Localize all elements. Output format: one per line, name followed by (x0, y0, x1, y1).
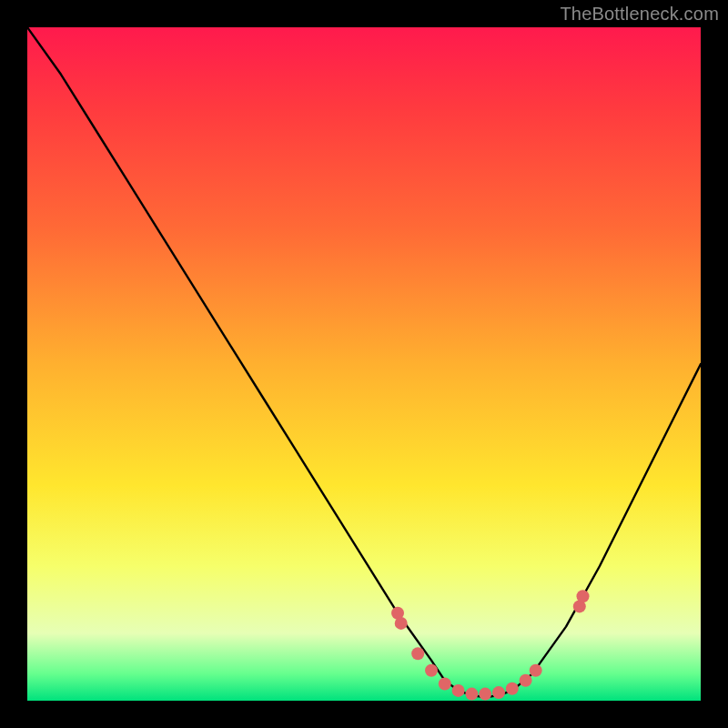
gradient-background (27, 27, 701, 701)
watermark-text: TheBottleneck.com (560, 4, 719, 25)
chart-frame: TheBottleneck.com (0, 0, 728, 728)
